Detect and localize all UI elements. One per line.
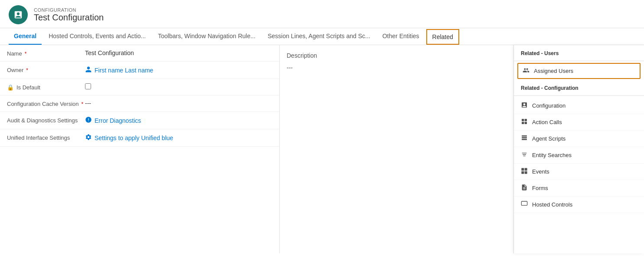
header-label: CONFIGURATION [34,7,104,13]
form-panel: Name * Test Configuration Owner * First … [0,45,280,253]
label-unified-interface: Unified Interface Settings [7,134,85,141]
lock-icon: 🔒 [7,84,14,91]
forms-icon [521,184,528,192]
label-config-cache: Configuration Cache Version * [7,100,85,107]
main-content: Name * Test Configuration Owner * First … [0,45,644,253]
config-icon [9,5,28,24]
related-item-entity-searches[interactable]: Entity Searches [514,147,644,164]
person-icon [85,66,92,74]
action-calls-label: Action Calls [532,119,562,125]
entity-searches-label: Entity Searches [532,152,572,158]
svg-rect-11 [521,201,527,205]
page-header: CONFIGURATION Test Configuration [0,0,644,28]
svg-rect-9 [521,171,524,174]
assigned-users-label: Assigned Users [534,68,573,74]
tab-hosted-controls-events[interactable]: Hosted Controls, Events and Actio... [43,28,151,45]
hosted-controls-label: Hosted Controls [532,201,572,208]
owner-link[interactable]: First name Last name [85,66,272,74]
value-config-cache: --- [85,100,272,107]
value-owner: First name Last name [85,66,272,74]
related-item-forms[interactable]: Forms [514,180,644,197]
description-label: Description [287,52,507,59]
agent-scripts-label: Agent Scripts [532,135,566,142]
form-row-is-default: 🔒 Is Default [0,79,279,95]
assigned-users-icon [523,67,530,75]
form-row-name: Name * Test Configuration [0,45,279,62]
form-row-audit-diag: Audit & Diagnostics Settings Error Diagn… [0,112,279,129]
configuration-label: Configuration [532,102,566,109]
value-audit-diag: Error Diagnostics [85,116,272,125]
header-text: CONFIGURATION Test Configuration [34,7,104,23]
entity-searches-icon [521,151,528,159]
svg-rect-3 [525,122,527,124]
svg-rect-6 [522,139,527,140]
tab-general[interactable]: General [9,28,42,45]
tab-toolbars[interactable]: Toolbars, Window Navigation Rule... [153,28,261,45]
label-audit-diag: Audit & Diagnostics Settings [7,116,85,124]
description-value: --- [287,64,507,71]
description-panel: Description --- [280,45,514,253]
svg-rect-8 [525,168,527,171]
form-row-owner: Owner * First name Last name [0,62,279,79]
configuration-icon [521,102,528,110]
label-is-default: 🔒 Is Default [7,83,85,91]
divider-users [514,61,644,61]
action-calls-icon [521,118,528,126]
related-item-configuration[interactable]: Configuration [514,98,644,114]
page-title: Test Configuration [34,13,104,23]
related-item-assigned-users[interactable]: Assigned Users [517,63,641,79]
related-panel: Related - Users Assigned Users Related -… [514,45,644,253]
is-default-checkbox[interactable] [85,83,91,89]
svg-rect-1 [525,119,527,121]
tab-other-entities[interactable]: Other Entities [377,28,425,45]
related-item-hosted-controls[interactable]: Hosted Controls [514,197,644,213]
related-item-agent-scripts[interactable]: Agent Scripts [514,131,644,147]
diag-icon [85,116,92,125]
form-row-config-cache: Configuration Cache Version * --- [0,95,279,112]
svg-rect-4 [522,135,527,137]
agent-scripts-icon [521,135,528,143]
tab-bar: General Hosted Controls, Events and Acti… [0,28,644,45]
divider-config [514,95,644,96]
svg-rect-7 [521,168,524,171]
value-name: Test Configuration [85,49,272,56]
related-item-action-calls[interactable]: Action Calls [514,114,644,131]
error-diagnostics-link[interactable]: Error Diagnostics [85,116,272,125]
settings-icon [85,134,92,142]
svg-rect-0 [522,119,524,121]
hosted-controls-icon [521,200,528,209]
forms-label: Forms [532,185,548,191]
events-icon [521,167,528,176]
form-row-unified-interface: Unified Interface Settings Settings to a… [0,129,279,147]
svg-rect-2 [522,122,524,124]
events-label: Events [532,168,549,175]
unified-interface-link[interactable]: Settings to apply Unified blue [85,134,272,142]
label-owner: Owner * [7,66,85,73]
tab-related[interactable]: Related [426,29,459,45]
related-item-events[interactable]: Events [514,164,644,180]
related-configuration-title: Related - Configuration [514,80,644,94]
svg-rect-10 [525,171,527,174]
related-users-title: Related - Users [514,45,644,59]
tab-session-lines[interactable]: Session Lines, Agent Scripts and Sc... [262,28,376,45]
label-name: Name * [7,49,85,57]
svg-rect-5 [522,137,527,138]
value-unified-interface: Settings to apply Unified blue [85,134,272,142]
value-is-default[interactable] [85,83,272,91]
